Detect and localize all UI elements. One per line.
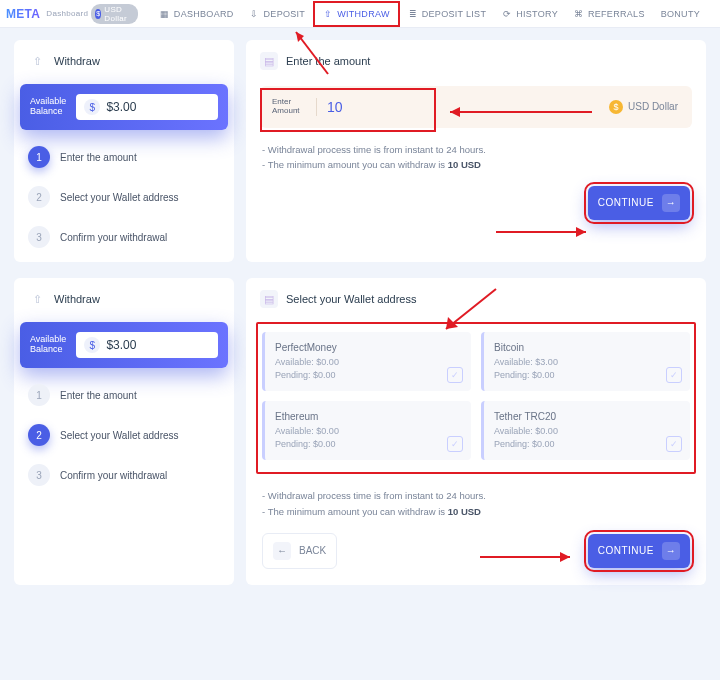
list-icon: ≣ [408, 9, 418, 19]
wallet-card-bitcoin[interactable]: Bitcoin Available: $3.00 Pending: $0.00 … [481, 332, 690, 391]
top-nav: META Dashboard $ USD Dollar ▦ DASHBOARD … [0, 0, 720, 28]
history-icon: ⟳ [502, 9, 512, 19]
balance-strip: Available Balance $ $3.00 [20, 84, 228, 130]
nav-referrals[interactable]: ⌘ REFERRALS [566, 3, 653, 25]
balance-field: $ $3.00 [76, 332, 218, 358]
withdraw-side-panel: ⇧ Withdraw Available Balance $ $3.00 1 E… [14, 278, 234, 585]
steps-list: 1 Enter the amount 2 Select your Wallet … [14, 146, 234, 248]
clipboard-icon: ✓ [666, 367, 682, 383]
clipboard-icon: ✓ [447, 436, 463, 452]
annotation-arrow [496, 222, 596, 242]
wallet-grid: PerfectMoney Available: $0.00 Pending: $… [262, 332, 690, 460]
withdraw-side-panel: ⇧ Withdraw Available Balance $ $3.00 1 E… [14, 40, 234, 262]
continue-button[interactable]: CONTINUE → [588, 534, 690, 568]
balance-value: $3.00 [106, 338, 136, 352]
enter-amount-panel: ▤ Enter the amount Enter Amount 10 $ USD… [246, 40, 706, 262]
balance-label: Available Balance [30, 97, 66, 117]
upload-icon: ⇧ [323, 9, 333, 19]
wallet-card-tether[interactable]: Tether TRC20 Available: $0.00 Pending: $… [481, 401, 690, 460]
panel-title: Select your Wallet address [286, 293, 416, 305]
panel-title: Withdraw [54, 55, 100, 67]
step-3[interactable]: 3 Confirm your withdrawal [28, 464, 220, 486]
upload-icon: ⇧ [28, 290, 46, 308]
arrow-right-icon: → [662, 542, 680, 560]
step-3[interactable]: 3 Confirm your withdrawal [28, 226, 220, 248]
form-icon: ▤ [260, 52, 278, 70]
nav-items: ▦ DASHBOARD ⇩ DEPOSIT ⇧ WITHDRAW ≣ DEPOS… [152, 1, 708, 27]
info-text: - Withdrawal process time is from instan… [246, 128, 706, 172]
arrow-left-icon: ← [273, 542, 291, 560]
download-icon: ⇩ [250, 9, 260, 19]
clipboard-icon: ✓ [447, 367, 463, 383]
annotation-box: PerfectMoney Available: $0.00 Pending: $… [256, 322, 696, 474]
dollar-icon: $ [84, 99, 100, 115]
balance-strip: Available Balance $ $3.00 [20, 322, 228, 368]
users-icon: ⌘ [574, 9, 584, 19]
form-icon: ▤ [260, 290, 278, 308]
nav-history[interactable]: ⟳ HISTORY [494, 3, 566, 25]
panel-title: Withdraw [54, 293, 100, 305]
step-1[interactable]: 1 Enter the amount [28, 146, 220, 168]
balance-label: Available Balance [30, 335, 66, 355]
currency-pill[interactable]: $ USD Dollar [91, 4, 138, 24]
section-enter-amount: ⇧ Withdraw Available Balance $ $3.00 1 E… [14, 40, 706, 262]
info-text: - Withdrawal process time is from instan… [246, 474, 706, 518]
steps-list: 1 Enter the amount 2 Select your Wallet … [14, 384, 234, 486]
panel-title: Enter the amount [286, 55, 370, 67]
select-wallet-panel: ▤ Select your Wallet address PerfectMone… [246, 278, 706, 585]
clipboard-icon: ✓ [666, 436, 682, 452]
annotation-box [260, 88, 436, 132]
back-button[interactable]: ← BACK [262, 533, 337, 569]
nav-bounty[interactable]: BONUTY [653, 3, 708, 25]
dollar-icon: $ [95, 9, 101, 19]
section-select-wallet: ⇧ Withdraw Available Balance $ $3.00 1 E… [14, 278, 706, 585]
wallet-card-ethereum[interactable]: Ethereum Available: $0.00 Pending: $0.00… [262, 401, 471, 460]
amount-currency: $ USD Dollar [609, 100, 678, 114]
continue-button[interactable]: CONTINUE → [588, 186, 690, 220]
grid-icon: ▦ [160, 9, 170, 19]
brand-logo: META [6, 7, 40, 21]
coin-icon: $ [609, 100, 623, 114]
wallet-card-perfectmoney[interactable]: PerfectMoney Available: $0.00 Pending: $… [262, 332, 471, 391]
balance-value: $3.00 [106, 100, 136, 114]
step-2[interactable]: 2 Select your Wallet address [28, 424, 220, 446]
breadcrumb: Dashboard $ USD Dollar [46, 4, 138, 24]
balance-field: $ $3.00 [76, 94, 218, 120]
dollar-icon: $ [84, 337, 100, 353]
svg-marker-9 [560, 552, 570, 562]
nav-dashboard[interactable]: ▦ DASHBOARD [152, 3, 242, 25]
annotation-arrow [480, 547, 580, 567]
nav-deposit-list[interactable]: ≣ DEPOSIT LIST [400, 3, 494, 25]
upload-icon: ⇧ [28, 52, 46, 70]
nav-withdraw[interactable]: ⇧ WITHDRAW [313, 1, 400, 27]
step-2[interactable]: 2 Select your Wallet address [28, 186, 220, 208]
arrow-right-icon: → [662, 194, 680, 212]
step-1[interactable]: 1 Enter the amount [28, 384, 220, 406]
nav-settings[interactable]: ⚙ SETTINGS [716, 3, 720, 25]
nav-deposit[interactable]: ⇩ DEPOSIT [242, 3, 314, 25]
svg-marker-5 [576, 227, 586, 237]
